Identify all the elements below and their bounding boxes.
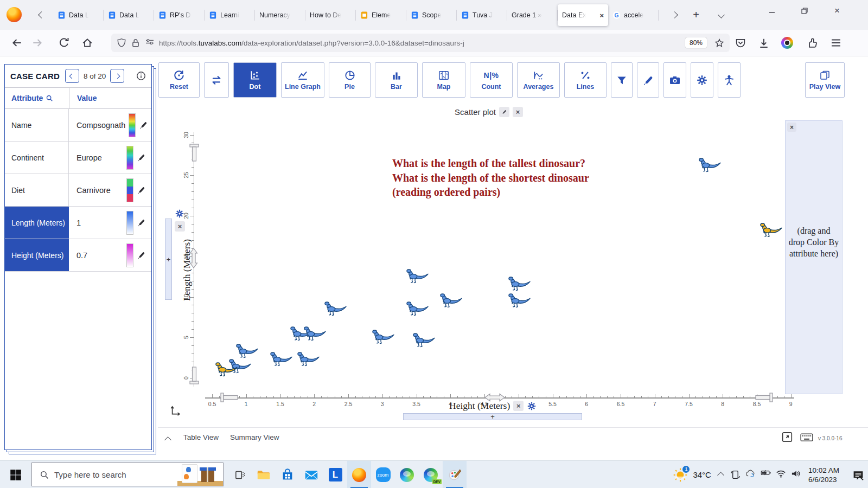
tray-wifi-icon[interactable]: [776, 470, 786, 480]
screen-capture-extension-icon[interactable]: [781, 37, 793, 49]
camera-button[interactable]: [663, 62, 686, 98]
person-button[interactable]: [718, 62, 741, 98]
data-point-dinosaur[interactable]: [405, 301, 429, 317]
color-swatch[interactable]: [129, 113, 136, 137]
x-axis-settings-gear-icon[interactable]: [527, 401, 537, 411]
url-text[interactable]: https://tools.tuvalabs.com/data-explorat…: [159, 39, 682, 47]
window-restore-button[interactable]: [792, 0, 817, 22]
data-point-dinosaur[interactable]: [234, 343, 258, 359]
window-close-button[interactable]: ×: [825, 0, 850, 22]
count-button[interactable]: N|%Count: [470, 62, 513, 98]
taskbar-microsoft-store-icon[interactable]: [276, 461, 299, 488]
data-point-dinosaur[interactable]: [405, 268, 429, 285]
data-point-dinosaur[interactable]: [296, 351, 320, 368]
bar-button[interactable]: Bar: [375, 62, 418, 98]
zoom-level-badge[interactable]: 80%: [685, 37, 707, 48]
taskbar-file-explorer-icon[interactable]: [252, 461, 276, 488]
home-button[interactable]: [81, 37, 93, 49]
new-tab-button[interactable]: +: [690, 9, 702, 21]
temperature-text[interactable]: 34°C: [693, 470, 711, 479]
data-point-dinosaur-selected[interactable]: [758, 222, 782, 239]
tab-overflow-right-icon[interactable]: [668, 9, 680, 21]
taskbar-search-input[interactable]: Type here to search: [31, 463, 224, 486]
browser-tab[interactable]: RP's D: [154, 4, 205, 26]
data-point-dinosaur-selected[interactable]: [214, 362, 238, 378]
gear-button[interactable]: [691, 62, 713, 98]
pen-button[interactable]: [637, 62, 659, 98]
color-swatch[interactable]: [126, 178, 133, 202]
pie-button[interactable]: Pie: [329, 62, 371, 98]
filter-button[interactable]: [611, 62, 633, 98]
attribute-cell[interactable]: Height (Meters): [5, 239, 69, 271]
color-swatch[interactable]: [126, 211, 133, 235]
previous-case-button[interactable]: [65, 69, 79, 83]
taskbar-zoom-app-icon[interactable]: zoom: [371, 461, 395, 488]
collapse-chevron-icon[interactable]: [165, 435, 170, 445]
color-by-drop-zone[interactable]: × (drag and drop Color By attribute here…: [785, 120, 843, 394]
axis-order-icon[interactable]: [169, 404, 181, 416]
y-axis-max-handle[interactable]: [189, 144, 199, 162]
edit-title-button[interactable]: [499, 107, 509, 117]
y-axis-label[interactable]: Length (Meters): [181, 239, 193, 301]
permissions-icon[interactable]: [145, 38, 155, 48]
browser-tab[interactable]: Eleme: [356, 4, 406, 26]
lock-icon[interactable]: [131, 38, 141, 48]
tab-history-back-icon[interactable]: [36, 9, 47, 21]
browser-tab[interactable]: Grade 1 »: [507, 4, 558, 26]
y-axis-slider[interactable]: +: [165, 219, 172, 300]
tray-volume-icon[interactable]: [791, 470, 801, 480]
data-point-dinosaur[interactable]: [411, 332, 435, 349]
taskbar-lexia-app-icon[interactable]: L: [323, 461, 347, 488]
shield-icon[interactable]: [117, 38, 126, 48]
browser-tab[interactable]: Numeracy: [255, 4, 305, 26]
browser-tab[interactable]: Gaccele: [608, 4, 659, 26]
tray-onedrive-icon[interactable]: [745, 470, 756, 480]
attribute-column-header[interactable]: Attribute: [5, 94, 69, 102]
taskbar-paint-icon[interactable]: [443, 461, 467, 488]
keyboard-icon[interactable]: [800, 433, 813, 442]
forward-button[interactable]: [31, 37, 43, 49]
edit-pencil-icon[interactable]: [139, 120, 148, 130]
y-axis-min-handle[interactable]: [189, 366, 199, 384]
swap-button[interactable]: [204, 62, 229, 98]
x-axis-min-handle[interactable]: [220, 393, 239, 402]
color-swatch[interactable]: [126, 146, 133, 170]
taskbar-task-view-icon[interactable]: [228, 461, 252, 488]
tray-chevron-up-icon[interactable]: [718, 470, 723, 480]
browser-tab[interactable]: Data L: [53, 4, 104, 26]
averages-button[interactable]: Averages: [517, 62, 560, 98]
edit-pencil-icon[interactable]: [137, 153, 146, 162]
data-point-dinosaur[interactable]: [269, 351, 292, 368]
data-point-dinosaur[interactable]: [507, 293, 531, 309]
data-point-dinosaur[interactable]: [697, 157, 721, 174]
info-icon[interactable]: [136, 71, 146, 81]
browser-tab[interactable]: Data L: [104, 4, 154, 26]
data-point-dinosaur[interactable]: [302, 326, 326, 342]
taskbar-mail-icon[interactable]: [299, 461, 323, 488]
menu-hamburger-icon[interactable]: [830, 37, 842, 49]
bookmark-star-icon[interactable]: [714, 38, 724, 48]
play-view-button[interactable]: Play View: [805, 62, 845, 98]
address-bar[interactable]: https://tools.tuvalabs.com/data-explorat…: [111, 34, 730, 52]
map-button[interactable]: Map: [422, 62, 465, 98]
table-view-tab[interactable]: Table View: [183, 433, 219, 441]
color-swatch[interactable]: [126, 243, 133, 267]
attribute-cell[interactable]: Length (Meters): [5, 207, 69, 239]
weather-sun-icon[interactable]: 1: [673, 467, 688, 483]
clock-datetime[interactable]: 10:02 AM6/6/2023: [808, 466, 839, 484]
data-point-dinosaur[interactable]: [323, 301, 347, 317]
attribute-cell[interactable]: Continent: [5, 142, 69, 174]
tab-close-icon[interactable]: ×: [599, 11, 604, 20]
x-axis-max-handle[interactable]: [755, 393, 773, 402]
data-point-dinosaur[interactable]: [438, 293, 462, 309]
summary-view-tab[interactable]: Summary View: [230, 433, 279, 441]
y-axis-remove-button[interactable]: ×: [175, 221, 185, 232]
pocket-icon[interactable]: [735, 37, 746, 49]
attribute-cell[interactable]: Name: [5, 109, 69, 141]
tray-battery-icon[interactable]: [761, 470, 771, 480]
list-all-tabs-icon[interactable]: [715, 9, 727, 21]
data-point-dinosaur[interactable]: [507, 276, 531, 292]
data-point-dinosaur[interactable]: [371, 329, 394, 345]
extension-thumb-icon[interactable]: [806, 37, 818, 49]
taskbar-edge-icon[interactable]: [395, 461, 419, 488]
